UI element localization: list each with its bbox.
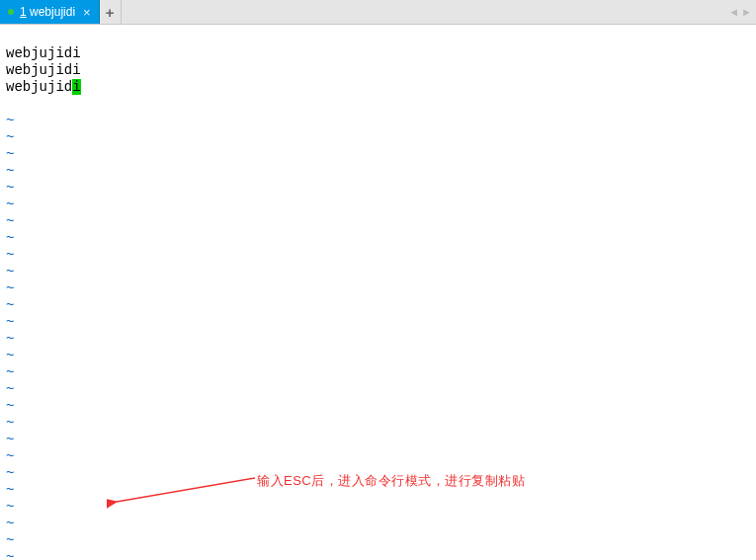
editor-tilde: ~ xyxy=(6,197,750,213)
tab-status-dot xyxy=(8,9,14,15)
editor-tilde: ~ xyxy=(6,297,750,314)
editor-line: webjujidi xyxy=(6,45,750,62)
editor-tilde: ~ xyxy=(6,516,750,532)
editor-tilde: ~ xyxy=(6,247,750,264)
editor-tilde: ~ xyxy=(6,146,750,163)
editor-tilde: ~ xyxy=(6,532,750,549)
editor-tilde: ~ xyxy=(6,314,750,331)
tab-nav-right-icon[interactable]: ► xyxy=(741,6,752,18)
editor-line: webjujidi xyxy=(6,62,750,79)
editor-tilde: ~ xyxy=(6,432,750,448)
editor-tilde: ~ xyxy=(6,264,750,280)
annotation-text: 输入ESC后，进入命令行模式，进行复制粘贴 xyxy=(257,472,525,490)
editor-cursor: i xyxy=(72,79,80,95)
editor-tilde: ~ xyxy=(6,398,750,415)
editor-tilde: ~ xyxy=(6,381,750,398)
tab-active[interactable]: 1 webjujidi × xyxy=(0,0,100,24)
tab-name: webjujidi xyxy=(30,5,75,19)
editor-tilde: ~ xyxy=(6,348,750,364)
editor-tilde: ~ xyxy=(6,549,750,560)
tab-title: 1 webjujidi xyxy=(20,5,75,19)
editor-tilde: ~ xyxy=(6,331,750,348)
editor-tilde: ~ xyxy=(6,499,750,516)
new-tab-button[interactable]: + xyxy=(100,0,122,24)
close-icon[interactable]: × xyxy=(81,6,93,19)
tab-nav-left-icon[interactable]: ◄ xyxy=(728,6,739,18)
editor-tilde: ~ xyxy=(6,113,750,129)
editor-line-cursor: webjujidi xyxy=(6,79,750,96)
editor-tilde: ~ xyxy=(6,213,750,230)
editor-line-blank xyxy=(6,96,750,113)
editor-tilde: ~ xyxy=(6,163,750,180)
editor-tilde: ~ xyxy=(6,415,750,432)
editor-tilde: ~ xyxy=(6,448,750,465)
tab-nav-arrows: ◄ ► xyxy=(728,0,752,24)
editor-tilde: ~ xyxy=(6,180,750,197)
editor-tilde: ~ xyxy=(6,364,750,381)
editor-tilde: ~ xyxy=(6,230,750,247)
tab-bar: 1 webjujidi × + ◄ ► xyxy=(0,0,756,25)
tab-number: 1 xyxy=(20,5,27,19)
editor-tilde: ~ xyxy=(6,129,750,146)
editor-tilde: ~ xyxy=(6,280,750,297)
